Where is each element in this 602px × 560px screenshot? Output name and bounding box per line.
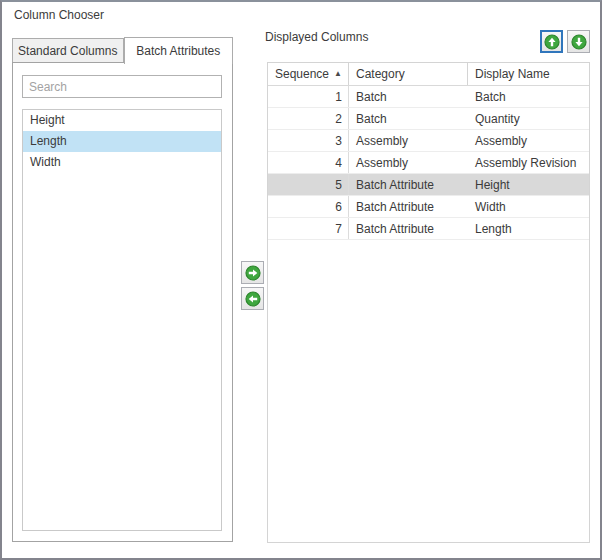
order-buttons bbox=[540, 30, 590, 53]
table-row[interactable]: 1 Batch Batch bbox=[268, 86, 589, 108]
arrow-left-circle-icon bbox=[245, 291, 261, 307]
cell-sequence: 1 bbox=[268, 86, 349, 107]
move-up-button[interactable] bbox=[540, 30, 563, 53]
cell-sequence: 6 bbox=[268, 196, 349, 217]
cell-category: Assembly bbox=[349, 130, 468, 151]
cell-display-name: Quantity bbox=[468, 108, 589, 129]
cell-display-name: Length bbox=[468, 218, 589, 239]
column-header-sequence-label: Sequence bbox=[275, 67, 329, 81]
arrow-right-circle-icon bbox=[245, 265, 261, 281]
cell-category: Batch bbox=[349, 86, 468, 107]
arrow-up-circle-icon bbox=[544, 34, 560, 50]
grid-header-row: Sequence ▲ Category Display Name bbox=[268, 63, 589, 86]
cell-sequence: 7 bbox=[268, 218, 349, 239]
arrow-down-circle-icon bbox=[571, 34, 587, 50]
page-title: Column Chooser bbox=[14, 8, 104, 22]
cell-display-name: Batch bbox=[468, 86, 589, 107]
list-item[interactable]: Length bbox=[23, 131, 221, 152]
table-row[interactable]: 5 Batch Attribute Height bbox=[268, 174, 589, 196]
remove-column-button[interactable] bbox=[241, 287, 264, 310]
table-row[interactable]: 4 Assembly Assembly Revision bbox=[268, 152, 589, 174]
grid-body: 1 Batch Batch 2 Batch Quantity 3 Assembl… bbox=[268, 86, 589, 240]
sort-ascending-icon: ▲ bbox=[334, 70, 342, 78]
tab-batch-attributes[interactable]: Batch Attributes bbox=[124, 37, 234, 64]
cell-sequence: 4 bbox=[268, 152, 349, 173]
search-input[interactable] bbox=[22, 75, 222, 98]
attribute-list[interactable]: HeightLengthWidth bbox=[22, 109, 222, 531]
table-row[interactable]: 2 Batch Quantity bbox=[268, 108, 589, 130]
cell-display-name: Height bbox=[468, 174, 589, 195]
displayed-columns-title: Displayed Columns bbox=[265, 30, 368, 44]
tab-standard-columns[interactable]: Standard Columns bbox=[12, 38, 124, 63]
tab-strip: Standard Columns Batch Attributes bbox=[12, 36, 233, 63]
add-column-button[interactable] bbox=[241, 261, 264, 284]
cell-display-name: Width bbox=[468, 196, 589, 217]
cell-category: Batch Attribute bbox=[349, 196, 468, 217]
cell-display-name: Assembly bbox=[468, 130, 589, 151]
table-row[interactable]: 3 Assembly Assembly bbox=[268, 130, 589, 152]
column-header-sequence[interactable]: Sequence ▲ bbox=[268, 63, 349, 85]
cell-category: Batch Attribute bbox=[349, 174, 468, 195]
cell-sequence: 5 bbox=[268, 174, 349, 195]
cell-display-name: Assembly Revision bbox=[468, 152, 589, 173]
cell-sequence: 2 bbox=[268, 108, 349, 129]
list-item[interactable]: Width bbox=[23, 152, 221, 173]
table-row[interactable]: 7 Batch Attribute Length bbox=[268, 218, 589, 240]
batch-attributes-tab-panel: HeightLengthWidth bbox=[12, 62, 233, 542]
list-item[interactable]: Height bbox=[23, 110, 221, 131]
displayed-columns-grid: Sequence ▲ Category Display Name 1 Batch… bbox=[267, 62, 590, 543]
cell-sequence: 3 bbox=[268, 130, 349, 151]
table-row[interactable]: 6 Batch Attribute Width bbox=[268, 196, 589, 218]
transfer-buttons bbox=[241, 261, 264, 310]
column-header-category-label: Category bbox=[356, 67, 405, 81]
column-header-display-name-label: Display Name bbox=[475, 67, 550, 81]
column-header-display-name[interactable]: Display Name bbox=[468, 63, 589, 85]
column-chooser-window: Column Chooser Standard Columns Batch At… bbox=[0, 0, 602, 560]
cell-category: Batch bbox=[349, 108, 468, 129]
cell-category: Batch Attribute bbox=[349, 218, 468, 239]
column-header-category[interactable]: Category bbox=[349, 63, 468, 85]
cell-category: Assembly bbox=[349, 152, 468, 173]
move-down-button[interactable] bbox=[567, 30, 590, 53]
source-columns-panel: Standard Columns Batch Attributes Height… bbox=[12, 36, 233, 542]
